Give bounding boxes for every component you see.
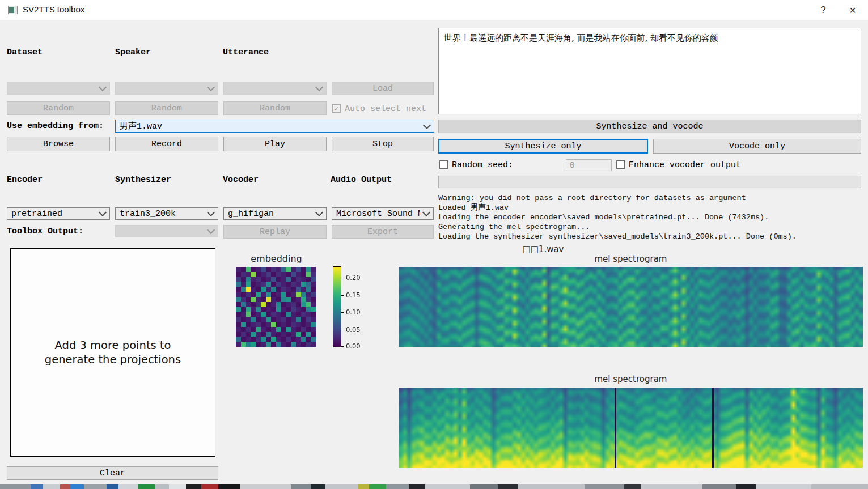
vocoder-select[interactable]: g_hifigan bbox=[223, 207, 327, 220]
colorbar-tick-label: 0.20 bbox=[346, 274, 361, 282]
taskbar-strip-segment bbox=[201, 484, 218, 489]
chevron-down-icon bbox=[99, 83, 107, 91]
chevron-down-icon bbox=[423, 121, 431, 129]
colorbar-tick bbox=[341, 330, 344, 330]
stop-button[interactable]: Stop bbox=[332, 137, 434, 151]
colorbar-tick bbox=[341, 346, 344, 347]
text-prompt-input[interactable]: 世界上最遥远的距离不是天涯海角, 而是我站在你面前, 却看不见你的容颜 bbox=[438, 28, 861, 114]
taskbar-strip-segment bbox=[186, 484, 202, 489]
record-button[interactable]: Record bbox=[115, 137, 218, 151]
help-button[interactable]: ? bbox=[814, 3, 833, 18]
taskbar-strip-segment bbox=[155, 484, 169, 489]
embedding-source-value: 男声1.wav bbox=[120, 121, 421, 131]
utterance-select[interactable] bbox=[223, 82, 327, 95]
synthesizer-label: Synthesizer bbox=[115, 175, 171, 185]
enhance-vocoder-checkbox[interactable] bbox=[616, 160, 625, 169]
taskbar-strip-segment bbox=[291, 484, 311, 489]
mel-spectrogram-generated bbox=[399, 388, 863, 468]
taskbar-strip-segment bbox=[409, 484, 426, 489]
random-utterance-button[interactable]: Random bbox=[223, 101, 327, 115]
taskbar-strip-segment bbox=[702, 484, 736, 489]
dataset-label: Dataset bbox=[7, 48, 43, 57]
replay-button[interactable]: Replay bbox=[223, 225, 327, 239]
utterance-label: Utterance bbox=[223, 48, 269, 57]
mel-spectrogram-title-current: mel spectrogram bbox=[539, 254, 723, 264]
mel-spectrogram-title-generated: mel spectrogram bbox=[539, 374, 723, 384]
dataset-select[interactable] bbox=[7, 82, 110, 95]
encoder-select[interactable]: pretrained bbox=[7, 207, 110, 220]
log-line: Warning: you did not pass a root directo… bbox=[438, 193, 863, 203]
taskbar-strip-segment bbox=[43, 484, 60, 489]
taskbar-strip-segment bbox=[138, 484, 155, 489]
projections-panel: Add 3 more points to generate the projec… bbox=[10, 248, 215, 457]
colorbar-tick-labels: 0.200.150.100.050.00 bbox=[333, 267, 367, 347]
colorbar-tick-label: 0.00 bbox=[346, 342, 361, 350]
use-embedding-label: Use embedding from: bbox=[7, 121, 104, 131]
app-window: SV2TTS toolbox ? × Dataset Speaker Utter… bbox=[0, 0, 868, 489]
synthesizer-select[interactable]: train3_200k bbox=[115, 207, 218, 220]
random-speaker-button[interactable]: Random bbox=[115, 101, 218, 115]
speaker-select[interactable] bbox=[115, 82, 218, 95]
taskbar-strip-segment bbox=[70, 484, 84, 489]
encoder-select-value: pretrained bbox=[11, 209, 96, 219]
taskbar-strip-segment bbox=[169, 484, 186, 489]
colorbar-tick-label: 0.10 bbox=[346, 308, 361, 316]
seed-input[interactable]: 0 bbox=[566, 159, 612, 171]
log-output: Warning: you did not pass a root directo… bbox=[438, 193, 863, 243]
close-button[interactable]: × bbox=[843, 3, 862, 18]
chevron-down-icon bbox=[207, 83, 215, 91]
colorbar-tick-label: 0.15 bbox=[346, 291, 361, 299]
load-button[interactable]: Load bbox=[332, 82, 434, 95]
synthesizer-select-value: train3_200k bbox=[120, 209, 205, 219]
audio-output-select[interactable]: Microsoft Sound Mapp bbox=[332, 207, 434, 220]
taskbar-strip-segment bbox=[386, 484, 408, 489]
chevron-down-icon bbox=[422, 209, 430, 216]
vocoder-select-value: g_hifigan bbox=[228, 209, 313, 219]
taskbar-strip-segment bbox=[60, 484, 70, 489]
taskbar-strip-segment bbox=[470, 484, 498, 489]
colorbar-tick bbox=[341, 295, 344, 296]
taskbar-strip-segment bbox=[240, 484, 291, 489]
app-icon bbox=[8, 6, 18, 14]
auto-select-checkbox[interactable]: ✓ bbox=[332, 104, 341, 113]
taskbar-strip-segment bbox=[736, 484, 756, 489]
random-seed-label: Random seed: bbox=[452, 160, 513, 170]
toolbox-output-select[interactable] bbox=[115, 225, 218, 237]
play-button[interactable]: Play bbox=[223, 137, 327, 151]
log-line: Loading the synthesizer synthesizer\save… bbox=[438, 232, 863, 241]
chevron-down-icon bbox=[99, 209, 107, 216]
random-seed-checkbox[interactable] bbox=[439, 160, 448, 169]
browse-button[interactable]: Browse bbox=[7, 137, 110, 151]
title-bar: SV2TTS toolbox ? × bbox=[0, 0, 868, 20]
embedding-title: embedding bbox=[227, 253, 326, 264]
audio-output-select-value: Microsoft Sound Mapp bbox=[336, 209, 420, 219]
taskbar-strip-segment bbox=[84, 484, 106, 489]
taskbar-strip-segment bbox=[624, 484, 641, 489]
log-line: Loaded 男声1.wav bbox=[438, 203, 863, 212]
projections-message-line2: generate the projections bbox=[45, 352, 181, 367]
synthesize-only-button[interactable]: Synthesize only bbox=[438, 139, 648, 154]
chevron-down-icon bbox=[207, 226, 215, 234]
toolbox-output-label: Toolbox Output: bbox=[7, 227, 83, 236]
taskbar-strip-segment bbox=[218, 484, 240, 489]
vocoder-label: Vocoder bbox=[223, 175, 259, 185]
taskbar-strip-segment bbox=[358, 484, 370, 489]
taskbar-strip-segment bbox=[0, 484, 31, 489]
vocode-only-button[interactable]: Vocode only bbox=[653, 139, 861, 154]
audio-output-label: Audio Output bbox=[331, 175, 392, 185]
auto-select-label: Auto select next bbox=[345, 104, 426, 114]
random-dataset-button[interactable]: Random bbox=[7, 101, 110, 115]
encoder-label: Encoder bbox=[7, 175, 43, 185]
embedding-source-select[interactable]: 男声1.wav bbox=[115, 120, 434, 133]
clear-button[interactable]: Clear bbox=[7, 466, 218, 480]
embedding-heatmap bbox=[236, 267, 316, 347]
export-button[interactable]: Export bbox=[332, 225, 434, 239]
synthesize-and-vocode-button[interactable]: Synthesize and vocode bbox=[438, 120, 861, 133]
taskbar-peek-strip bbox=[0, 484, 868, 489]
taskbar-strip-segment bbox=[518, 484, 585, 489]
taskbar-strip-segment bbox=[118, 484, 138, 489]
colorbar-tick-label: 0.05 bbox=[346, 326, 361, 334]
projections-message-line1: Add 3 more points to bbox=[55, 338, 171, 352]
taskbar-strip-segment bbox=[498, 484, 518, 489]
taskbar-strip-segment bbox=[369, 484, 386, 489]
